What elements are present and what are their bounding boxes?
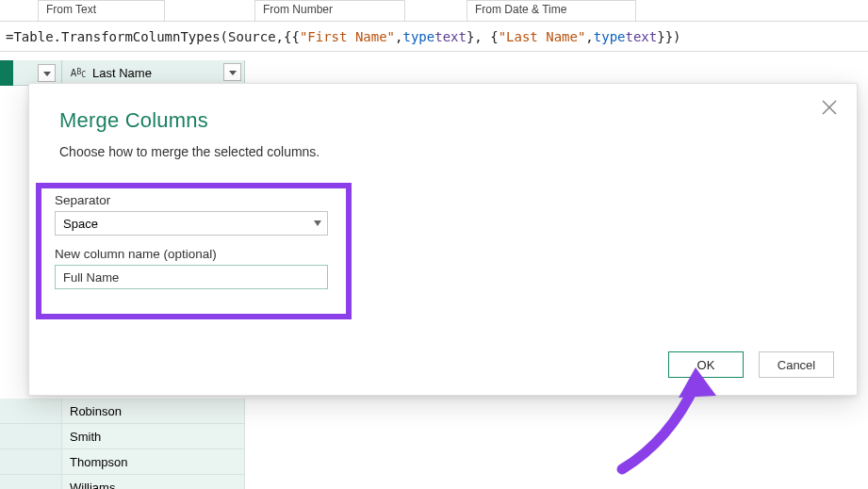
chevron-down-icon [43,72,51,76]
close-icon [819,97,840,118]
ribbon-tab-from-number[interactable]: From Number [254,0,405,21]
dialog-subtitle: Choose how to merge the selected columns… [59,144,828,159]
formula-token: Table.TransformColumnTypes [13,29,220,44]
cell-last-name[interactable]: Smith [62,424,245,449]
row-number [0,475,62,489]
formula-token: (Source,{{ [221,29,300,44]
formula-token: }}) [657,29,680,44]
column-header-last-name[interactable]: ABC Last Name [62,60,245,86]
new-column-name-input[interactable]: Full Name [55,265,328,289]
ribbon-tabs: From Text From Number From Date & Time [0,0,868,22]
row-selector-indicator [0,60,13,86]
row-number [0,449,62,475]
table-row[interactable]: Thompson [0,449,868,475]
dialog-title: Merge Columns [59,108,828,133]
formula-token: text [626,29,658,44]
ribbon-tab-from-datetime[interactable]: From Date & Time [467,0,636,21]
formula-token: "First Name" [300,29,395,44]
dialog-buttons: OK Cancel [668,351,834,378]
ribbon-tab-from-text[interactable]: From Text [38,0,165,21]
ok-button[interactable]: OK [668,351,744,378]
new-column-name-value: Full Name [63,270,119,285]
separator-label: Separator [55,193,337,207]
table-row[interactable]: Smith [0,424,868,449]
separator-select[interactable]: Space [55,211,328,236]
formula-token: type [402,29,434,44]
row-number [0,399,62,424]
cell-last-name[interactable]: Thompson [62,449,245,475]
formula-text[interactable]: = Table.TransformColumnTypes (Source,{{ … [6,25,862,48]
formula-token: }, { [467,29,499,44]
table-row[interactable]: Williams [0,475,868,489]
column-filter-dropdown[interactable] [223,63,241,81]
cell-last-name[interactable]: Williams [62,475,245,489]
new-column-name-label: New column name (optional) [55,247,337,261]
formula-token: = [6,29,13,44]
table-row[interactable]: Robinson [0,399,868,424]
close-button[interactable] [819,97,840,118]
formula-token: text [434,29,467,44]
cell-last-name[interactable]: Robinson [62,399,245,424]
row-number [0,424,62,449]
grid-body: Robinson Smith Thompson Williams [0,399,868,489]
text-type-icon: ABC [68,64,89,81]
formula-token: , [395,29,402,44]
formula-token: type [594,29,626,44]
separator-value: Space [63,217,98,231]
formula-token: "Last Name" [499,29,586,44]
grid-options-dropdown[interactable] [38,64,56,82]
formula-bar[interactable]: = Table.TransformColumnTypes (Source,{{ … [0,22,868,52]
formula-token: , [585,29,593,44]
cancel-button[interactable]: Cancel [759,351,834,378]
chevron-down-icon [314,220,321,226]
column-header-label: Last Name [92,66,152,80]
merge-fields: Separator Space New column name (optiona… [55,193,337,289]
